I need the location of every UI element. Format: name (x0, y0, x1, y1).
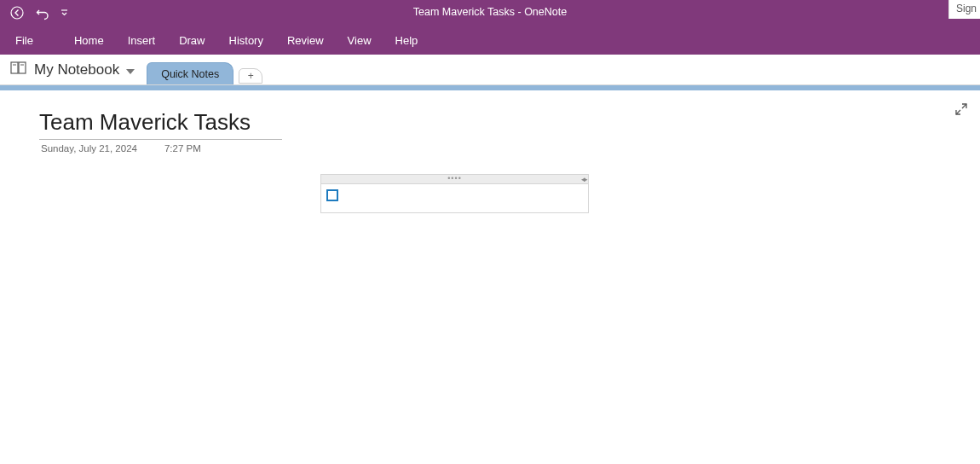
add-section-button[interactable]: + (239, 68, 262, 84)
fullscreen-icon[interactable] (954, 102, 968, 116)
quick-access-toolbar (0, 4, 70, 21)
page-meta: Sunday, July 21, 2024 7:27 PM (41, 143, 201, 154)
section-tab-quick-notes[interactable]: Quick Notes (147, 62, 233, 84)
page-title[interactable]: Team Maverick Tasks (39, 109, 282, 139)
page-canvas[interactable]: Team Maverick Tasks Sunday, July 21, 202… (0, 90, 980, 464)
menu-view[interactable]: View (336, 27, 383, 54)
resize-handle-icon[interactable]: ◂▸ (581, 175, 586, 183)
menu-bar: File Home Insert Draw History Review Vie… (0, 26, 980, 55)
notebook-selector[interactable]: My Notebook (0, 61, 141, 84)
section-bar: My Notebook Quick Notes + (0, 55, 980, 85)
chevron-down-icon (126, 69, 135, 74)
note-container-handle[interactable]: •••• ◂▸ (320, 174, 589, 184)
sign-in-button[interactable]: Sign (948, 0, 980, 19)
back-icon[interactable] (9, 4, 26, 21)
menu-file[interactable]: File (0, 27, 49, 54)
title-bar: Team Maverick Tasks - OneNote Sign (0, 0, 980, 26)
title-underline (39, 139, 282, 140)
window-title: Team Maverick Tasks - OneNote (0, 6, 980, 18)
grip-icon: •••• (447, 175, 462, 183)
note-body[interactable] (320, 184, 589, 213)
section-tab-label: Quick Notes (161, 68, 219, 80)
svg-rect-2 (19, 62, 26, 73)
svg-point-0 (11, 7, 23, 19)
page-time[interactable]: 7:27 PM (164, 143, 201, 154)
svg-rect-1 (11, 62, 18, 73)
undo-icon[interactable] (34, 4, 51, 21)
menu-history[interactable]: History (217, 27, 275, 54)
todo-checkbox[interactable] (326, 189, 338, 201)
menu-home[interactable]: Home (62, 27, 116, 54)
menu-review[interactable]: Review (275, 27, 336, 54)
menu-help[interactable]: Help (383, 27, 430, 54)
notebook-name: My Notebook (34, 61, 119, 78)
notebook-icon (10, 61, 27, 79)
note-container[interactable]: •••• ◂▸ (320, 174, 589, 213)
page-title-block[interactable]: Team Maverick Tasks (39, 109, 282, 140)
customize-qat-icon[interactable] (60, 4, 70, 21)
page-date[interactable]: Sunday, July 21, 2024 (41, 143, 137, 154)
plus-icon: + (248, 70, 254, 82)
menu-draw[interactable]: Draw (167, 27, 216, 54)
menu-insert[interactable]: Insert (116, 27, 168, 54)
